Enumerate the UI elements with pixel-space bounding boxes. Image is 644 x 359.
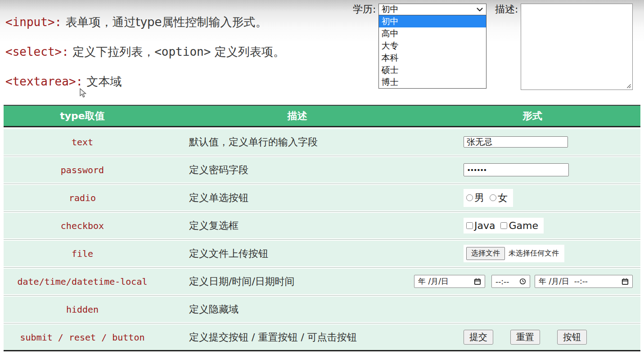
table-row-checkbox: checkbox 定义复选框 Java Game (4, 213, 640, 238)
table-row-text: text 默认值，定义单行的输入字段 (4, 129, 640, 155)
form-types-table: type取值 描述 形式 text 默认值，定义单行的输入字段 password… (4, 105, 640, 351)
description-label: 描述: (495, 4, 518, 15)
desc-cell: 定义日期/时间/日期时间 (161, 275, 458, 288)
intro-line-input: <input>: 表单项，通过type属性控制输入形式。 (5, 15, 285, 29)
education-select-wrap: 初中 初中 高中 大专 本科 硕士 博士 (378, 4, 486, 15)
education-dropdown: 初中 高中 大专 本科 硕士 博士 (378, 15, 486, 89)
dropdown-option-chuzhong[interactable]: 初中 (379, 15, 486, 27)
row-separator (4, 266, 640, 269)
date-input[interactable]: 年 /月/日 (414, 275, 485, 288)
type-cell: hidden (4, 304, 161, 315)
type-cell: file (4, 248, 161, 259)
table-row-radio: radio 定义单选按钮 男 女 (4, 185, 640, 211)
text-input[interactable] (464, 136, 568, 148)
textarea-tag-code: <textarea>: (5, 75, 83, 88)
chevron-down-icon (477, 8, 483, 12)
table-row-password: password 定义密码字段 (4, 157, 640, 183)
calendar-icon[interactable] (474, 278, 481, 285)
row-separator (4, 294, 640, 296)
intro-line-input-text: 表单项，通过type属性控制输入形式。 (62, 15, 267, 29)
date-inputs-group: 年 /月/日 --:-- 年 /月/日 --:-- (414, 275, 633, 288)
row-separator (4, 183, 640, 185)
dropdown-option-boshi[interactable]: 博士 (379, 76, 486, 88)
education-label: 学历: (353, 4, 376, 15)
col-header-desc: 描述 (161, 109, 458, 123)
desc-cell: 定义复选框 (161, 219, 458, 233)
description-textarea[interactable] (521, 4, 633, 90)
education-select-value: 初中 (381, 4, 398, 15)
gender-radio-group: 男 女 (464, 189, 513, 207)
table-body: text 默认值，定义单行的输入字段 password 定义密码字段 radio… (4, 129, 640, 350)
desc-cell: 定义隐藏域 (161, 303, 458, 316)
row-separator (4, 238, 640, 241)
description-field: 描述: (495, 4, 633, 90)
option-tag-code: <option> (154, 45, 211, 58)
file-upload-group: 选择文件 未选择任何文件 (464, 245, 564, 262)
radio-female-label: 女 (498, 191, 508, 205)
checkbox-java-label: Java (474, 220, 495, 231)
table-row-date: date/time/datetime-local 定义日期/时间/日期时间 年 … (4, 269, 640, 294)
intro-notes: <input>: 表单项，通过type属性控制输入形式。 <select>: 定… (5, 15, 285, 104)
button-group: 提交 重置 按钮 (464, 330, 604, 345)
calendar-icon[interactable] (621, 278, 629, 285)
time-input[interactable]: --:-- (491, 275, 530, 288)
desc-cell: 定义密码字段 (161, 163, 458, 177)
reset-button[interactable]: 重置 (510, 330, 540, 345)
radio-male-label: 男 (474, 191, 484, 205)
submit-button[interactable]: 提交 (464, 330, 493, 345)
hobby-checkbox-group: Java Game (464, 218, 544, 233)
select-tag-code: <select>: (5, 45, 69, 58)
desc-cell: 定义提交按钮 / 重置按钮 / 可点击按钮 (161, 331, 458, 344)
input-tag-code: <input>: (5, 15, 62, 29)
password-input[interactable] (464, 163, 569, 176)
choose-file-button[interactable]: 选择文件 (466, 247, 505, 260)
checkbox-game-label: Game (509, 220, 538, 231)
education-select[interactable]: 初中 (378, 4, 486, 15)
table-bottom-border (4, 350, 640, 351)
radio-male[interactable] (466, 194, 473, 201)
intro-line-select: <select>: 定义下拉列表，<option> 定义列表项。 (5, 45, 285, 58)
generic-button[interactable]: 按钮 (557, 330, 587, 345)
dropdown-option-dazhuan[interactable]: 大专 (379, 40, 486, 52)
desc-cell: 定义文件上传按钮 (161, 247, 458, 260)
type-cell: submit / reset / button (4, 332, 161, 343)
desc-cell: 默认值，定义单行的输入字段 (161, 135, 458, 149)
checkbox-java[interactable] (466, 222, 473, 229)
row-separator (4, 322, 640, 324)
intro-line-select-text: 定义下拉列表， (69, 45, 154, 58)
row-separator (4, 211, 640, 213)
type-cell: date/time/datetime-local (4, 276, 161, 287)
radio-female[interactable] (490, 194, 496, 201)
datetime-input[interactable]: 年 /月/日 --:-- (535, 275, 633, 288)
type-cell: radio (4, 193, 161, 203)
checkbox-game[interactable] (500, 222, 507, 229)
dropdown-option-gaozhong[interactable]: 高中 (379, 27, 486, 40)
mouse-cursor-icon (79, 88, 87, 99)
table-header-row: type取值 描述 形式 (4, 105, 640, 127)
type-cell: password (4, 165, 161, 175)
type-cell: text (4, 137, 161, 148)
col-header-type: type取值 (4, 109, 161, 123)
clock-icon[interactable] (519, 278, 526, 285)
dropdown-option-benke[interactable]: 本科 (379, 52, 486, 64)
resize-grip-icon[interactable] (626, 83, 631, 89)
date-placeholder: 年 /月/日 (418, 276, 449, 287)
dropdown-option-shuoshi[interactable]: 硕士 (379, 64, 486, 76)
time-placeholder: --:-- (495, 277, 509, 286)
intro-line-textarea-text: 文本域 (83, 75, 122, 88)
intro-line-select-text2: 定义列表项。 (211, 45, 284, 58)
file-status-text: 未选择任何文件 (509, 249, 559, 258)
table-row-file: file 定义文件上传按钮 选择文件 未选择任何文件 (4, 241, 640, 266)
type-cell: checkbox (4, 220, 161, 231)
table-row-hidden: hidden 定义隐藏域 (4, 296, 640, 322)
datetime-placeholder: 年 /月/日 --:-- (539, 276, 588, 287)
desc-cell: 定义单选按钮 (161, 191, 458, 205)
intro-line-textarea: <textarea>: 文本域 (5, 75, 285, 88)
col-header-form: 形式 (458, 109, 640, 123)
table-row-buttons: submit / reset / button 定义提交按钮 / 重置按钮 / … (4, 324, 640, 350)
education-field: 学历: 初中 初中 高中 大专 本科 硕士 博士 (353, 4, 486, 15)
row-separator (4, 155, 640, 157)
